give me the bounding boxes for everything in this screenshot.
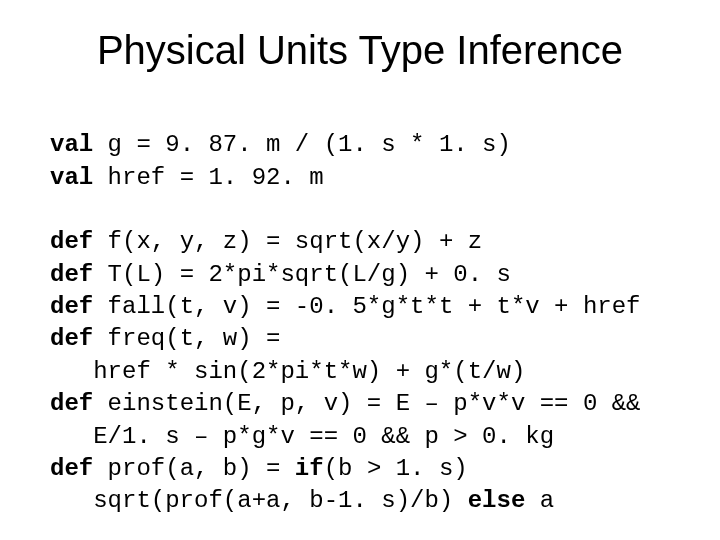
line-1: val g = 9. 87. m / (1. s * 1. s) xyxy=(50,131,511,158)
line-2: val href = 1. 92. m xyxy=(50,164,324,191)
line-7b: E/1. s – p*g*v == 0 && p > 0. kg xyxy=(50,423,554,450)
slide: Physical Units Type Inference val g = 9.… xyxy=(0,0,720,540)
code-text: fall(t, v) = -0. 5*g*t*t + t*v + href xyxy=(93,293,640,320)
keyword-def: def xyxy=(50,455,93,482)
keyword-def: def xyxy=(50,293,93,320)
code-text: sqrt(prof(a+a, b-1. s)/b) xyxy=(50,487,468,514)
code-block: val g = 9. 87. m / (1. s * 1. s) val hre… xyxy=(50,97,670,518)
keyword-def: def xyxy=(50,228,93,255)
keyword-def: def xyxy=(50,390,93,417)
line-8c: sqrt(prof(a+a, b-1. s)/b) else a xyxy=(50,487,554,514)
line-6b: href * sin(2*pi*t*w) + g*(t/w) xyxy=(50,358,525,385)
line-3: def f(x, y, z) = sqrt(x/y) + z xyxy=(50,228,482,255)
keyword-val: val xyxy=(50,131,93,158)
code-text: prof(a, b) = xyxy=(93,455,295,482)
line-5: def fall(t, v) = -0. 5*g*t*t + t*v + hre… xyxy=(50,293,641,320)
line-6: def freq(t, w) = xyxy=(50,325,280,352)
keyword-else: else xyxy=(468,487,526,514)
code-text: (b > 1. s) xyxy=(324,455,468,482)
line-7: def einstein(E, p, v) = E – p*v*v == 0 &… xyxy=(50,390,641,417)
keyword-def: def xyxy=(50,261,93,288)
code-text: einstein(E, p, v) = E – p*v*v == 0 && xyxy=(93,390,640,417)
code-text: a xyxy=(525,487,554,514)
slide-title: Physical Units Type Inference xyxy=(50,28,670,73)
keyword-def: def xyxy=(50,325,93,352)
code-text: g = 9. 87. m / (1. s * 1. s) xyxy=(93,131,511,158)
keyword-if: if xyxy=(295,455,324,482)
blank-line xyxy=(50,194,670,226)
code-text: freq(t, w) = xyxy=(93,325,280,352)
line-4: def T(L) = 2*pi*sqrt(L/g) + 0. s xyxy=(50,261,511,288)
keyword-val: val xyxy=(50,164,93,191)
code-text: f(x, y, z) = sqrt(x/y) + z xyxy=(93,228,482,255)
code-text: href = 1. 92. m xyxy=(93,164,323,191)
line-8: def prof(a, b) = if(b > 1. s) xyxy=(50,455,468,482)
code-text: T(L) = 2*pi*sqrt(L/g) + 0. s xyxy=(93,261,511,288)
